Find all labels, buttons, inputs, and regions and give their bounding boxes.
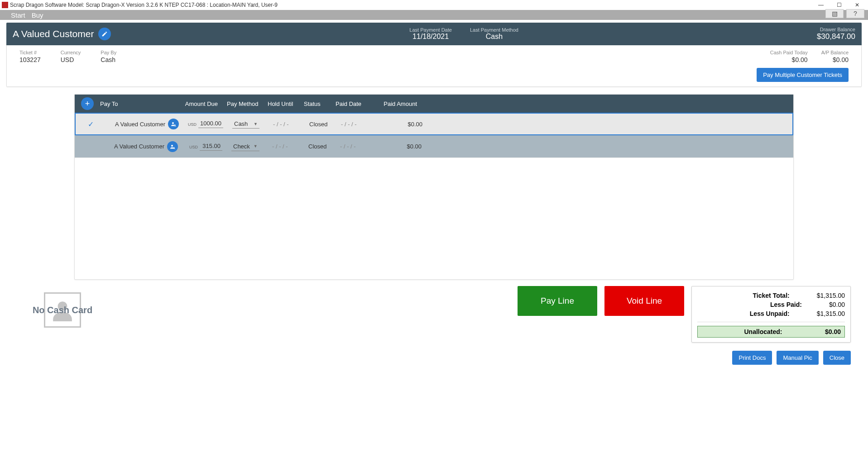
grid-row[interactable]: ✓ A Valued Customer USD 1000.00 Cash ▼ -… (75, 113, 793, 135)
row-payto: A Valued Customer (114, 143, 164, 150)
svg-point-3 (171, 145, 173, 147)
edit-customer-icon[interactable] (98, 28, 111, 40)
app-icon (2, 2, 8, 8)
row-paid-amount: $0.00 (377, 121, 422, 128)
add-row-button[interactable]: + (81, 97, 94, 110)
payment-grid: + Pay To Amount Due Pay Method Hold Unti… (74, 94, 794, 280)
last-payment-date: 11/18/2021 (409, 33, 452, 41)
customer-name: A Valued Customer (13, 29, 94, 39)
lookup-customer-icon[interactable] (168, 119, 179, 129)
pay-line-button[interactable]: Pay Line (518, 286, 597, 316)
no-cash-card: No Cash Card (22, 292, 103, 329)
row-status: Closed (309, 121, 341, 128)
row-currency: USD (189, 145, 198, 149)
maximize-button[interactable]: ☐ (830, 0, 848, 10)
row-amount-input[interactable]: 1000.00 (198, 120, 223, 128)
svg-point-0 (172, 122, 174, 124)
col-amount: Amount Due (177, 100, 227, 107)
grid-header: + Pay To Amount Due Pay Method Hold Unti… (75, 95, 793, 113)
col-method: Pay Method (227, 100, 268, 107)
void-line-button[interactable]: Void Line (604, 286, 684, 316)
currency-label: Currency (61, 50, 81, 55)
title-bar: Scrap Dragon Software Model: Scrap Drago… (0, 0, 868, 10)
row-method-value: Check (233, 143, 250, 150)
less-unpaid: $1,315.00 (817, 310, 845, 317)
ticket-number: 103227 (19, 56, 41, 63)
pay-multiple-tickets-button[interactable]: Pay Multiple Customer Tickets (757, 68, 849, 82)
last-payment-date-label: Last Payment Date (409, 27, 452, 33)
col-pdate: Paid Date (336, 100, 372, 107)
ap-balance: $0.00 (821, 56, 849, 63)
less-unpaid-label: Less Unpaid: (697, 310, 790, 317)
totals-panel: Ticket Total:$1,315.00 Less Paid:$0.00 L… (691, 286, 851, 343)
unallocated-label: Unallocated: (701, 328, 825, 335)
ticket-info-bar: Ticket # 103227 Currency USD Pay By Cash… (6, 45, 862, 87)
no-cash-card-label: No Cash Card (22, 305, 103, 315)
payby-value: Cash (101, 56, 116, 63)
row-payto: A Valued Customer (115, 121, 165, 128)
cash-paid-today-label: Cash Paid Today (770, 50, 808, 55)
print-docs-button[interactable]: Print Docs (732, 351, 772, 365)
last-payment-method-label: Last Payment Method (470, 27, 518, 33)
unallocated-row: Unallocated: $0.00 (697, 326, 845, 338)
row-hold: - / - / - (272, 143, 308, 150)
currency-value: USD (61, 56, 81, 63)
unallocated-value: $0.00 (825, 328, 841, 335)
row-amount-input[interactable]: 315.00 (200, 143, 222, 151)
minimize-button[interactable]: — (812, 0, 830, 10)
last-payment-method: Cash (470, 33, 518, 41)
menu-bar: Start Buy ▧ ? (0, 10, 868, 20)
chevron-down-icon: ▼ (254, 144, 258, 148)
col-status: Status (304, 100, 336, 107)
row-paid-date: - / - / - (340, 143, 376, 150)
ticket-number-label: Ticket # (19, 50, 41, 55)
row-hold: - / - / - (273, 121, 309, 128)
row-paid-amount: $0.00 (376, 143, 422, 150)
help-button[interactable]: ? (846, 9, 864, 18)
col-payto: Pay To (100, 100, 177, 107)
payby-label: Pay By (101, 50, 116, 55)
row-paid-date: - / - / - (341, 121, 377, 128)
row-method-select[interactable]: Cash ▼ (232, 119, 259, 129)
chevron-down-icon: ▼ (254, 122, 258, 126)
lookup-customer-icon[interactable] (167, 141, 178, 152)
row-selected-check-icon: ✓ (76, 120, 106, 129)
drawer-balance: $30,847.00 (817, 32, 855, 41)
ticket-total: $1,315.00 (817, 292, 845, 299)
svg-line-2 (175, 126, 176, 127)
menu-buy[interactable]: Buy (32, 11, 43, 19)
less-paid: $0.00 (829, 301, 845, 308)
grid-row[interactable]: A Valued Customer USD 315.00 Check ▼ - /… (75, 135, 793, 158)
less-paid-label: Less Paid: (697, 301, 802, 308)
row-method-select[interactable]: Check ▼ (231, 142, 259, 151)
ticket-total-label: Ticket Total: (697, 292, 790, 299)
window-title: Scrap Dragon Software Model: Scrap Drago… (10, 2, 278, 8)
close-button[interactable]: Close (823, 351, 851, 365)
cash-paid-today: $0.00 (770, 56, 808, 63)
row-currency: USD (188, 122, 197, 127)
screenshot-disabled-icon[interactable]: ▧ (825, 9, 844, 18)
ap-balance-label: A/P Balance (821, 50, 849, 55)
drawer-balance-label: Drawer Balance (817, 27, 855, 32)
menu-start[interactable]: Start (11, 11, 25, 19)
row-method-value: Cash (234, 120, 248, 127)
customer-header: A Valued Customer Last Payment Date 11/1… (6, 23, 862, 45)
close-window-button[interactable]: ✕ (848, 0, 866, 10)
row-status: Closed (308, 143, 340, 150)
col-pamt: Paid Amount (372, 100, 417, 107)
col-hold: Hold Until (268, 100, 304, 107)
svg-line-5 (174, 148, 175, 149)
manual-pic-button[interactable]: Manual Pic (777, 351, 818, 365)
